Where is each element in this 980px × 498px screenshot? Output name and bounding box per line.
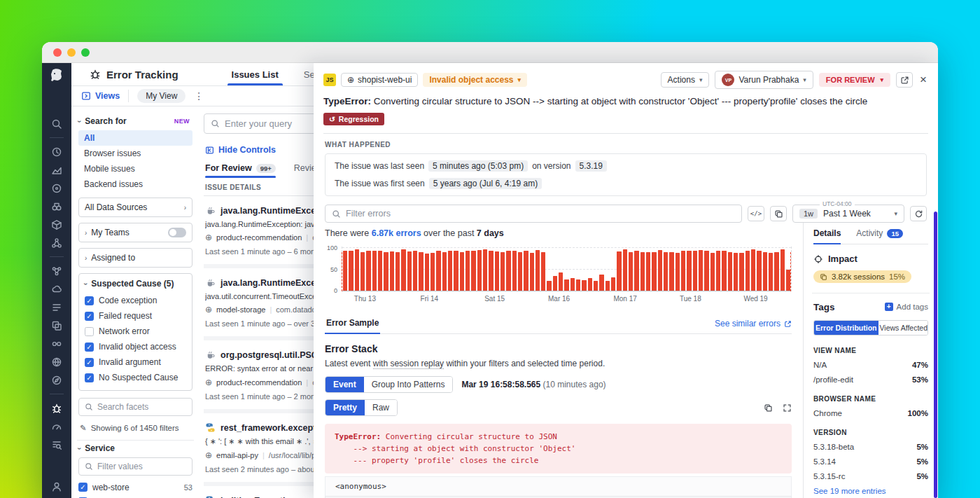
checkbox[interactable]: ✓ [85,312,94,321]
see-more-entries-link[interactable]: See 19 more entries [813,487,928,495]
tag-distribution-row[interactable]: N/A 47% [813,361,928,369]
refresh-button[interactable] [910,206,927,221]
service-checkbox-row[interactable]: ✓ auth-dotnet 51 [78,494,192,498]
tag-value: /profile-edit [813,375,853,384]
copy-query-button[interactable] [770,206,787,221]
checkbox[interactable]: ✓ [85,358,94,367]
service-tag-chip[interactable]: ⊕ shopist-web-ui [341,73,418,87]
tag-distribution-row[interactable]: Chrome 100% [813,409,928,417]
time-range-selector[interactable]: UTC-04:00 1w Past 1 Week ▾ [792,205,904,223]
sidebar-icon[interactable] [51,118,63,130]
anonymous-frame[interactable]: <anonymous> [325,476,792,496]
checkbox[interactable] [85,327,94,336]
first-seen-value[interactable]: 5 years ago (Jul 6, 4:19 am) [429,178,542,189]
filter-values-input[interactable]: Filter values [78,457,192,476]
raw-button[interactable]: Raw [365,400,397,415]
showing-filters-link[interactable]: ✎ Showing 6 of 1450 filters [80,423,191,433]
views-button[interactable]: Views [81,91,120,101]
tag-distribution-row[interactable]: 5.3.14 5% [813,457,928,466]
search-for-option[interactable]: All [78,130,192,146]
panel-scrollbar[interactable] [934,212,937,498]
datadog-logo-icon[interactable] [48,67,65,84]
sidebar-icon[interactable] [51,356,63,368]
sidebar-icon[interactable] [51,420,63,432]
see-similar-errors-link[interactable]: See similar errors [715,319,792,328]
suspected-cause-header[interactable]: › Suspected Cause (5) [85,279,186,289]
sidebar-icon[interactable] [50,394,64,394]
search-for-option[interactable]: Backend issues [78,177,192,192]
tab-issues-list[interactable]: Issues List [219,63,291,85]
sidebar-icon[interactable] [51,301,63,313]
tab-error-sample[interactable]: Error Sample [325,314,380,333]
event-button[interactable]: Event [326,377,364,392]
my-teams-toggle[interactable] [168,228,186,237]
sidebar-icon[interactable] [51,338,63,350]
tag-distribution-row[interactable]: 5.3.15-rc 5% [813,472,928,480]
actions-button[interactable]: Actions▾ [661,72,710,88]
open-full-page-button[interactable] [896,72,913,88]
error-distribution-tab[interactable]: Error Distribution [814,321,878,335]
sidebar-icon[interactable] [51,146,63,158]
facet-checkbox-row[interactable]: ✓ No Suspected Cause [85,370,186,385]
minimize-traffic-light[interactable] [67,48,76,57]
service-facet-header[interactable]: › Service [78,443,192,453]
facet-checkbox-row[interactable]: ✓ Invalid object access [85,339,186,354]
sidebar-icon[interactable] [51,402,63,414]
sidebar-icon[interactable] [51,237,63,249]
assignee-button[interactable]: VP Varun Prabhaka▾ [715,71,813,89]
zoom-traffic-light[interactable] [81,48,90,57]
sidebar-icon[interactable] [50,256,64,257]
add-tags-button[interactable]: + Add tags [885,303,928,311]
last-seen-value[interactable]: 5 minutes ago (5:03 pm) [428,160,528,172]
sidebar-icon[interactable] [51,200,63,212]
search-for-option[interactable]: Mobile issues [78,161,192,177]
error-count-link[interactable]: 6.87k errors [372,228,421,238]
filter-errors-input[interactable]: Filter errors [325,205,742,223]
sidebar-icon[interactable] [51,182,63,194]
facet-checkbox-row[interactable]: ✓ Invalid argument [85,354,186,370]
tag-distribution-row[interactable]: 5.3.18-beta 5% [813,443,928,451]
search-for-option[interactable]: Browser issues [78,146,192,161]
views-affected-tab[interactable]: Views Affected [878,321,928,335]
assigned-to-facet[interactable]: › Assigned to [78,248,192,268]
search-for-header[interactable]: › Search for NEW [78,116,192,126]
tab-details[interactable]: Details [813,228,841,244]
checkbox[interactable]: ✓ [78,483,88,492]
sidebar-icon[interactable] [51,319,63,331]
service-checkbox-row[interactable]: ✓ web-store 53 [78,480,192,494]
checkbox[interactable]: ✓ [85,343,94,352]
data-sources-selector[interactable]: All Data Sources › [78,198,192,217]
issue-status-tab[interactable]: For Review99+ [205,163,276,178]
checkbox[interactable]: ✓ [85,296,94,305]
sidebar-icon[interactable] [51,164,63,176]
sidebar-icon[interactable] [50,137,64,138]
sidebar-icon[interactable] [51,265,63,277]
copy-icon[interactable] [764,403,773,413]
version-value[interactable]: 5.3.19 [575,160,607,172]
my-teams-facet[interactable]: › My Teams [78,223,192,242]
fullscreen-icon[interactable] [783,403,792,413]
facet-checkbox-row[interactable]: ✓ Code exception [85,293,186,308]
facet-checkbox-row[interactable]: ✓ Failed request [85,308,186,324]
sidebar-icon[interactable] [51,438,63,450]
view-options-kebab-icon[interactable]: ⋮ [194,90,204,102]
facet-checkbox-row[interactable]: Network error [85,324,186,339]
sidebar-icon[interactable] [51,374,63,386]
checkbox[interactable]: ✓ [85,373,94,382]
triage-status-dropdown[interactable]: FOR REVIEW▾ [819,73,890,87]
sessions-impact-pill[interactable]: 3.82k sessions 15% [813,270,911,283]
sidebar-icon[interactable] [51,283,63,295]
group-into-patterns-button[interactable]: Group Into Patterns [364,377,453,392]
sidebar-icon[interactable] [51,219,63,230]
bar [366,251,370,291]
tab-activity[interactable]: Activity 15 [856,228,903,244]
suspected-cause-chip[interactable]: Invalid object access ▾ [423,73,527,87]
pretty-button[interactable]: Pretty [326,400,365,415]
close-traffic-light[interactable] [53,48,62,57]
query-syntax-button[interactable]: </> [748,206,764,221]
close-panel-icon[interactable]: × [918,73,928,87]
user-account-icon[interactable] [51,480,63,492]
tag-distribution-row[interactable]: /profile-edit 53% [813,375,928,384]
current-view-chip[interactable]: My View [137,89,186,103]
search-facets-input[interactable]: Search facets [78,398,192,416]
